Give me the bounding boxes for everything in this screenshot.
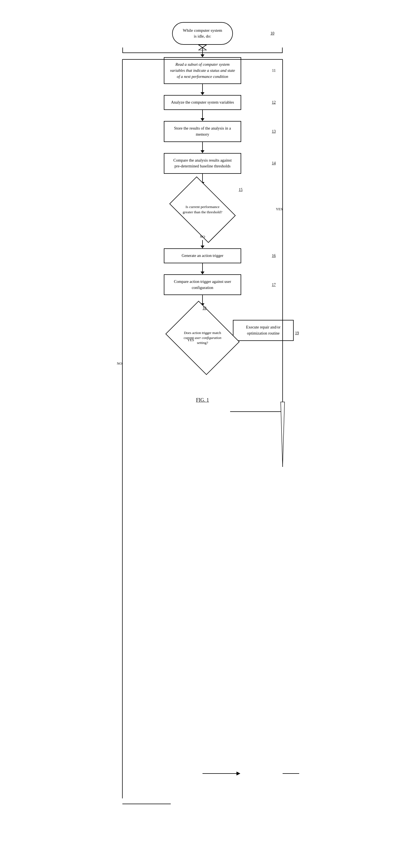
step14-text: Compare the analysis results against pre…: [173, 158, 231, 168]
svg-marker-0: [198, 45, 207, 48]
step12-label: 12: [272, 100, 276, 105]
step17-text: Compare action trigger against user conf…: [174, 279, 231, 290]
arrow-13-14: [200, 142, 205, 153]
diamond15-node: Is current performance greater than the …: [172, 188, 233, 232]
flowchart: While computer system is idle, do: 10: [106, 11, 299, 392]
arrow-11-12: [200, 84, 205, 95]
fig-caption: FIG. 1: [196, 397, 209, 403]
diamond18-text: Does action trigger match current user c…: [180, 331, 225, 346]
step12-node: Analyze the computer system variables: [164, 95, 241, 110]
step12-text: Analyze the computer system variables: [171, 100, 234, 104]
diamond18-left: Does action trigger match current user c…: [171, 312, 234, 364]
step19-node: Execute repair and/or optimization routi…: [233, 320, 294, 341]
yes-label-15: YES: [276, 207, 283, 211]
step17-label: 17: [272, 283, 276, 287]
step13-text: Store the results of the analysis in a m…: [174, 126, 231, 136]
step19-text: Execute repair and/or optimization routi…: [246, 325, 281, 335]
step11-label: 11: [272, 68, 276, 73]
step13-label: 13: [272, 129, 276, 134]
step16-label: 16: [272, 254, 276, 258]
diamond15-row: Is current performance greater than the …: [106, 185, 299, 235]
diamond18-node: Does action trigger match current user c…: [171, 312, 234, 364]
start-node-row: While computer system is idle, do: 10: [106, 22, 299, 45]
start-label: 10: [271, 31, 274, 36]
arrow-12-13: [200, 110, 205, 121]
step12-row: Analyze the computer system variables 12: [106, 95, 299, 110]
step16-node: Generate an action trigger: [164, 248, 241, 263]
step13-row: Store the results of the analysis in a m…: [106, 121, 299, 142]
diamond18-label: 18: [202, 306, 206, 311]
step16-text: Generate an action trigger: [182, 253, 223, 258]
step19-label: 19: [295, 331, 299, 335]
arrow-16-17: [200, 263, 205, 274]
step17-node: Compare action trigger against user conf…: [164, 274, 241, 295]
step14-node: Compare the analysis results against pre…: [164, 153, 241, 174]
connector-1: [198, 45, 207, 48]
diamond15-text: Is current performance greater than the …: [180, 205, 225, 215]
fig-caption-row: FIG. 1: [106, 397, 299, 403]
flowchart-container: While computer system is idle, do: 10: [106, 11, 299, 403]
step11-section: Read a subset of computer system variabl…: [106, 48, 299, 84]
step13-node: Store the results of the analysis in a m…: [164, 121, 241, 142]
step14-row: Compare the analysis results against pre…: [106, 153, 299, 174]
arrow-15-16: [200, 240, 205, 248]
step14-label: 14: [272, 161, 276, 165]
start-text: While computer system is idle, do:: [183, 28, 222, 38]
start-node: While computer system is idle, do:: [172, 22, 233, 45]
diamond15-label: 15: [239, 188, 243, 192]
step19-section: Execute repair and/or optimization routi…: [233, 320, 294, 341]
step16-row: Generate an action trigger 16: [106, 248, 299, 263]
no-label-15: NO: [200, 235, 205, 239]
diamond18-row: Execute repair and/or optimization routi…: [106, 306, 299, 364]
step11-node: Read a subset of computer system variabl…: [164, 57, 241, 84]
step11-text: Read a subset of computer system variabl…: [170, 62, 235, 79]
no-label-18: NO: [117, 361, 122, 366]
svg-marker-9: [237, 772, 240, 775]
svg-marker-6: [281, 402, 285, 467]
step17-row: Compare action trigger against user conf…: [106, 274, 299, 295]
no-section-15: NO: [106, 235, 299, 240]
